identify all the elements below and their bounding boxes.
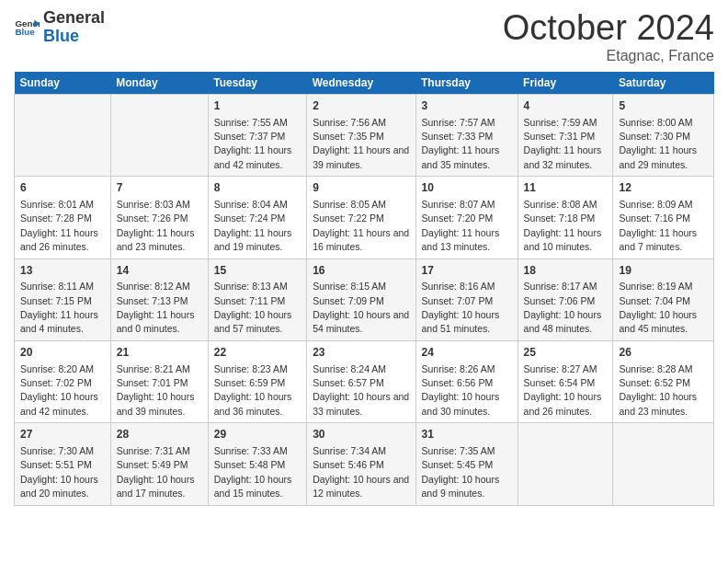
calendar-day-cell: 1Sunrise: 7:55 AM Sunset: 7:37 PM Daylig…: [208, 94, 306, 176]
day-info: Sunrise: 8:08 AM Sunset: 7:18 PM Dayligh…: [524, 199, 602, 252]
day-number: 13: [20, 263, 105, 279]
calendar-day-cell: 15Sunrise: 8:13 AM Sunset: 7:11 PM Dayli…: [208, 259, 306, 340]
calendar-week-row: 1Sunrise: 7:55 AM Sunset: 7:37 PM Daylig…: [15, 94, 714, 176]
day-info: Sunrise: 8:26 AM Sunset: 6:56 PM Dayligh…: [422, 363, 500, 417]
calendar-day-cell: 13Sunrise: 8:11 AM Sunset: 7:15 PM Dayli…: [15, 259, 111, 340]
day-info: Sunrise: 8:21 AM Sunset: 7:01 PM Dayligh…: [117, 363, 195, 417]
day-info: Sunrise: 8:23 AM Sunset: 6:59 PM Dayligh…: [214, 363, 292, 417]
day-number: 29: [214, 427, 301, 442]
day-number: 15: [214, 263, 301, 279]
calendar-day-cell: [15, 94, 111, 176]
day-number: 20: [20, 345, 105, 361]
calendar-day-cell: 21Sunrise: 8:21 AM Sunset: 7:01 PM Dayli…: [110, 340, 208, 422]
day-number: 2: [313, 98, 409, 114]
calendar-day-cell: 16Sunrise: 8:15 AM Sunset: 7:09 PM Dayli…: [307, 259, 415, 340]
day-number: 18: [524, 263, 608, 279]
day-of-week-header: Sunday: [15, 72, 111, 95]
calendar-day-cell: 8Sunrise: 8:04 AM Sunset: 7:24 PM Daylig…: [208, 177, 306, 259]
day-number: 17: [422, 263, 512, 279]
logo-text: General Blue: [43, 9, 105, 46]
day-info: Sunrise: 7:35 AM Sunset: 5:45 PM Dayligh…: [422, 445, 500, 499]
day-number: 8: [214, 180, 301, 196]
calendar-day-cell: 7Sunrise: 8:03 AM Sunset: 7:26 PM Daylig…: [110, 177, 208, 259]
day-number: 10: [422, 180, 512, 196]
day-number: 23: [313, 345, 409, 361]
day-info: Sunrise: 7:55 AM Sunset: 7:37 PM Dayligh…: [214, 117, 292, 170]
page-header: General Blue General Blue October 2024 E…: [14, 9, 714, 64]
calendar-day-cell: 31Sunrise: 7:35 AM Sunset: 5:45 PM Dayli…: [415, 423, 518, 505]
day-info: Sunrise: 7:33 AM Sunset: 5:48 PM Dayligh…: [214, 445, 292, 499]
day-info: Sunrise: 8:04 AM Sunset: 7:24 PM Dayligh…: [214, 199, 292, 252]
day-number: 25: [524, 345, 608, 361]
calendar-day-cell: 24Sunrise: 8:26 AM Sunset: 6:56 PM Dayli…: [415, 340, 518, 422]
title-block: October 2024 Etagnac, France: [503, 9, 714, 64]
day-of-week-header: Tuesday: [208, 72, 306, 95]
calendar-day-cell: 4Sunrise: 7:59 AM Sunset: 7:31 PM Daylig…: [518, 94, 613, 176]
day-number: 12: [619, 180, 708, 196]
day-info: Sunrise: 7:57 AM Sunset: 7:33 PM Dayligh…: [422, 117, 500, 170]
calendar-day-cell: [110, 94, 208, 176]
logo: General Blue General Blue: [14, 9, 105, 46]
day-info: Sunrise: 8:01 AM Sunset: 7:28 PM Dayligh…: [20, 199, 98, 252]
calendar-day-cell: 11Sunrise: 8:08 AM Sunset: 7:18 PM Dayli…: [518, 177, 613, 259]
calendar-day-cell: 19Sunrise: 8:19 AM Sunset: 7:04 PM Dayli…: [613, 259, 714, 340]
calendar-day-cell: 20Sunrise: 8:20 AM Sunset: 7:02 PM Dayli…: [15, 340, 111, 422]
calendar-day-cell: 10Sunrise: 8:07 AM Sunset: 7:20 PM Dayli…: [415, 177, 518, 259]
day-info: Sunrise: 7:56 AM Sunset: 7:35 PM Dayligh…: [313, 117, 409, 170]
calendar-day-cell: 3Sunrise: 7:57 AM Sunset: 7:33 PM Daylig…: [415, 94, 518, 176]
day-info: Sunrise: 8:03 AM Sunset: 7:26 PM Dayligh…: [117, 199, 195, 252]
day-number: 16: [313, 263, 409, 279]
day-info: Sunrise: 8:07 AM Sunset: 7:20 PM Dayligh…: [422, 199, 500, 252]
day-info: Sunrise: 7:34 AM Sunset: 5:46 PM Dayligh…: [313, 445, 409, 499]
day-of-week-header: Saturday: [613, 72, 714, 95]
calendar-week-row: 20Sunrise: 8:20 AM Sunset: 7:02 PM Dayli…: [15, 340, 714, 422]
day-of-week-header: Monday: [110, 72, 208, 95]
day-info: Sunrise: 7:31 AM Sunset: 5:49 PM Dayligh…: [117, 445, 195, 499]
month-title: October 2024: [503, 9, 714, 48]
day-of-week-header: Friday: [518, 72, 613, 95]
day-number: 3: [422, 98, 512, 114]
day-info: Sunrise: 8:16 AM Sunset: 7:07 PM Dayligh…: [422, 281, 500, 334]
calendar-day-cell: 14Sunrise: 8:12 AM Sunset: 7:13 PM Dayli…: [110, 259, 208, 340]
calendar-week-row: 13Sunrise: 8:11 AM Sunset: 7:15 PM Dayli…: [15, 259, 714, 340]
day-info: Sunrise: 7:59 AM Sunset: 7:31 PM Dayligh…: [524, 117, 602, 170]
calendar-day-cell: [518, 423, 613, 505]
day-info: Sunrise: 8:17 AM Sunset: 7:06 PM Dayligh…: [524, 281, 602, 334]
day-number: 11: [524, 180, 608, 196]
day-info: Sunrise: 8:20 AM Sunset: 7:02 PM Dayligh…: [20, 363, 98, 417]
calendar-day-cell: 25Sunrise: 8:27 AM Sunset: 6:54 PM Dayli…: [518, 340, 613, 422]
calendar-day-cell: 28Sunrise: 7:31 AM Sunset: 5:49 PM Dayli…: [110, 423, 208, 505]
calendar-day-cell: 26Sunrise: 8:28 AM Sunset: 6:52 PM Dayli…: [613, 340, 714, 422]
svg-text:Blue: Blue: [15, 27, 35, 37]
logo-icon: General Blue: [14, 15, 40, 40]
day-info: Sunrise: 8:19 AM Sunset: 7:04 PM Dayligh…: [619, 281, 697, 334]
calendar-day-cell: 2Sunrise: 7:56 AM Sunset: 7:35 PM Daylig…: [307, 94, 415, 176]
day-number: 14: [117, 263, 202, 279]
calendar-day-cell: 22Sunrise: 8:23 AM Sunset: 6:59 PM Dayli…: [208, 340, 306, 422]
day-number: 6: [20, 180, 105, 196]
day-number: 22: [214, 345, 301, 361]
day-info: Sunrise: 8:05 AM Sunset: 7:22 PM Dayligh…: [313, 199, 409, 252]
calendar-day-cell: 18Sunrise: 8:17 AM Sunset: 7:06 PM Dayli…: [518, 259, 613, 340]
day-number: 7: [117, 180, 202, 196]
day-info: Sunrise: 8:00 AM Sunset: 7:30 PM Dayligh…: [619, 117, 697, 170]
calendar-week-row: 27Sunrise: 7:30 AM Sunset: 5:51 PM Dayli…: [15, 423, 714, 505]
day-info: Sunrise: 8:28 AM Sunset: 6:52 PM Dayligh…: [619, 363, 697, 417]
day-number: 30: [313, 427, 409, 442]
calendar-day-cell: 27Sunrise: 7:30 AM Sunset: 5:51 PM Dayli…: [15, 423, 111, 505]
day-number: 27: [20, 427, 105, 442]
day-info: Sunrise: 8:12 AM Sunset: 7:13 PM Dayligh…: [117, 281, 195, 334]
calendar-day-cell: 12Sunrise: 8:09 AM Sunset: 7:16 PM Dayli…: [613, 177, 714, 259]
calendar-day-cell: 23Sunrise: 8:24 AM Sunset: 6:57 PM Dayli…: [307, 340, 415, 422]
day-number: 5: [619, 98, 708, 114]
day-info: Sunrise: 8:11 AM Sunset: 7:15 PM Dayligh…: [20, 281, 98, 334]
calendar-header-row: SundayMondayTuesdayWednesdayThursdayFrid…: [15, 72, 714, 95]
day-of-week-header: Wednesday: [307, 72, 415, 95]
calendar-week-row: 6Sunrise: 8:01 AM Sunset: 7:28 PM Daylig…: [15, 177, 714, 259]
calendar-table: SundayMondayTuesdayWednesdayThursdayFrid…: [14, 72, 714, 506]
calendar-day-cell: 9Sunrise: 8:05 AM Sunset: 7:22 PM Daylig…: [307, 177, 415, 259]
day-info: Sunrise: 8:27 AM Sunset: 6:54 PM Dayligh…: [524, 363, 602, 417]
day-info: Sunrise: 8:13 AM Sunset: 7:11 PM Dayligh…: [214, 281, 292, 334]
calendar-day-cell: 30Sunrise: 7:34 AM Sunset: 5:46 PM Dayli…: [307, 423, 415, 505]
day-number: 1: [214, 98, 301, 114]
